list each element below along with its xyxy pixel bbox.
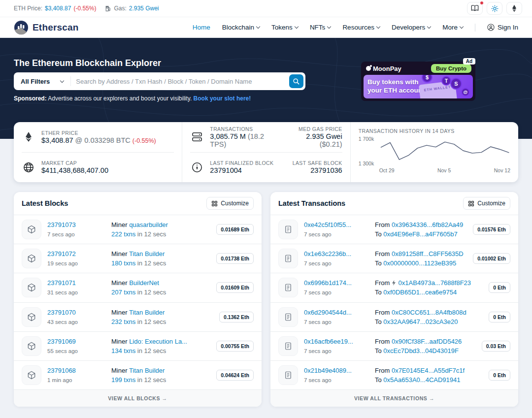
transactions-value[interactable]: 3,085.75 M (18.2 TPS)	[210, 132, 278, 148]
network-switch-button[interactable]	[506, 2, 522, 15]
nav-resources[interactable]: Resources	[342, 24, 380, 31]
search-button[interactable]	[289, 74, 303, 88]
tx-age: 7 secs ago	[304, 348, 332, 354]
miner-link[interactable]: Titan Builder	[129, 367, 165, 374]
transactions-card-title: Latest Transactions	[278, 199, 345, 207]
buy-crypto-button[interactable]: Buy Crypto	[431, 64, 471, 73]
tx-icon-box	[278, 278, 298, 297]
tx-age: 7 secs ago	[304, 231, 332, 237]
tx-to-link[interactable]: 0xf0DB65D1...cea6e9754	[383, 289, 457, 296]
finalized-block-value[interactable]: 23791004	[210, 166, 273, 174]
transactions-customize-button[interactable]: Customize	[463, 197, 510, 210]
block-number-link[interactable]: 23791068	[47, 367, 76, 374]
tx-age: 7 secs ago	[304, 377, 332, 383]
safe-block-value[interactable]: 23791036	[293, 166, 342, 174]
x-axis-label: Nov 5	[437, 167, 451, 173]
coin-icon: T	[441, 76, 451, 86]
nav-tokens[interactable]: Tokens	[271, 24, 298, 31]
med-gas-stat: MED GAS PRICE 2.935 Gwei ($0.21)	[284, 126, 342, 148]
block-time: in 12 secs	[137, 318, 166, 325]
tx-from-link[interactable]: 0x39634336...6fb82Aa49	[392, 221, 463, 228]
miner-link[interactable]: Titan Builder	[129, 250, 165, 257]
from-label: From	[375, 338, 390, 345]
tx-to-link[interactable]: 0xcEc7Dbd3...04D43019F	[383, 347, 458, 354]
market-cap-value[interactable]: $411,438,688,407.00	[41, 166, 108, 174]
block-icon-box	[22, 307, 41, 327]
stat-label: LAST SAFE BLOCK	[293, 160, 342, 166]
block-txns-link[interactable]: 180 txns	[111, 259, 135, 267]
chevron-down-icon	[427, 25, 431, 29]
med-gas-value[interactable]: 2.935 Gwei ($0.21)	[284, 132, 342, 148]
nav-blockchain[interactable]: Blockchain	[222, 24, 260, 31]
tx-from-link[interactable]: 0xC80CC651...8A4fb808d	[392, 309, 466, 316]
chevron-down-icon	[295, 25, 299, 29]
tx-to-link[interactable]: 0xd4E96eF8...a4F7605b7	[383, 230, 457, 238]
tx-hash-link[interactable]: 0x6d2904544d...	[304, 309, 352, 316]
book-icon	[471, 5, 479, 12]
eth-price-value[interactable]: $3,408.87	[45, 5, 71, 12]
transaction-row: 0x6d2904544d... 7 secs ago From 0xC80CC6…	[270, 302, 518, 331]
nav-nfts[interactable]: NFTs	[310, 24, 331, 31]
search-filter-dropdown[interactable]: All Filters	[21, 76, 71, 86]
block-txns-link[interactable]: 232 txns	[111, 318, 135, 325]
tx-hash-link[interactable]: 0x16acfb6ee19...	[304, 338, 353, 345]
block-txns-link[interactable]: 199 txns	[111, 376, 135, 384]
nav-more[interactable]: More	[442, 24, 463, 31]
nav-developers[interactable]: Developers	[392, 24, 431, 31]
block-txns-link[interactable]: 207 txns	[111, 289, 135, 296]
sign-in-button[interactable]: Sign In	[487, 24, 518, 31]
cube-icon	[27, 254, 36, 263]
tx-hash-link[interactable]: 0xe42c5f10f55...	[304, 221, 351, 228]
miner-label: Miner	[111, 309, 128, 316]
blocks-customize-button[interactable]: Customize	[206, 197, 254, 210]
tx-history-line	[381, 142, 508, 160]
sponsored-link[interactable]: Book your slot here!	[194, 95, 251, 102]
flash-icon	[392, 280, 396, 286]
market-cap-stat: MARKET CAP $411,438,688,407.00	[22, 153, 174, 183]
miner-label: Miner	[111, 279, 128, 287]
block-icon-box	[22, 336, 41, 356]
block-age: 7 secs ago	[47, 231, 75, 237]
tx-from-link[interactable]: 0x90fCf38F...aafDD5426	[392, 338, 462, 345]
block-time: in 12 secs	[137, 230, 166, 238]
miner-link[interactable]: BuilderNet	[129, 279, 159, 287]
ether-price-value[interactable]: $3,408.87 @ 0.033298 BTC (-0.55%)	[41, 136, 156, 144]
search-input[interactable]	[71, 78, 289, 85]
to-label: To	[375, 376, 382, 384]
tx-to-link[interactable]: 0x5Aa653A0...4CAD91941	[383, 376, 460, 384]
miner-link[interactable]: Titan Builder	[129, 309, 165, 316]
miner-link[interactable]: Lido: Execution La...	[129, 338, 187, 345]
block-number-link[interactable]: 23791069	[47, 338, 76, 345]
view-all-blocks-button[interactable]: VIEW ALL BLOCKS →	[14, 389, 262, 407]
block-number-link[interactable]: 23791072	[47, 250, 76, 257]
tx-from-link[interactable]: 0x891258ff...C8FF5635D	[392, 250, 464, 257]
tx-to-link[interactable]: 0x32AA9647...023cA3e20	[383, 318, 458, 325]
tx-from-link[interactable]: 0x1AB4973a...7688f8F23	[399, 279, 471, 287]
block-time: in 12 secs	[137, 347, 166, 354]
y-axis-label-max: 1 700k	[359, 136, 374, 142]
transaction-row: 0xe42c5f10f55... 7 secs ago From 0x39634…	[270, 215, 518, 244]
stat-label: MARKET CAP	[41, 160, 108, 166]
block-age: 31 secs ago	[47, 289, 78, 295]
tx-hash-link[interactable]: 0x21b49e4089...	[304, 367, 352, 374]
block-number-link[interactable]: 23791070	[47, 309, 76, 316]
announcements-button[interactable]	[467, 2, 483, 15]
block-number-link[interactable]: 23791073	[47, 221, 76, 228]
moonpay-ad-banner[interactable]: Ad MoonPay Buy Crypto Buy tokens with yo…	[361, 62, 475, 101]
block-txns-link[interactable]: 222 txns	[111, 230, 135, 238]
tx-hash-link[interactable]: 0x1e63c2236b...	[304, 250, 351, 257]
block-txns-link[interactable]: 134 txns	[111, 347, 135, 354]
miner-link[interactable]: quasarbuilder	[129, 221, 168, 228]
theme-toggle-button[interactable]	[487, 2, 502, 15]
tx-to-link[interactable]: 0x00000000...1123eB395	[383, 259, 456, 267]
etherscan-logo[interactable]: Etherscan	[14, 20, 79, 35]
tx-from-link[interactable]: 0x7E0145E4...A55dF7c1f	[392, 367, 465, 374]
nav-home[interactable]: Home	[193, 24, 210, 31]
gas-tracker: Gas: 2.935 Gwei	[105, 5, 159, 12]
gas-value[interactable]: 2.935 Gwei	[129, 5, 159, 12]
block-number-link[interactable]: 23791071	[47, 279, 76, 287]
topbar: ETH Price: $3,408.87 (-0.55%) Gas: 2.935…	[0, 0, 532, 17]
to-label: To	[375, 289, 382, 296]
view-all-transactions-button[interactable]: VIEW ALL TRANSACTIONS →	[270, 389, 518, 407]
tx-hash-link[interactable]: 0x6996b1d174...	[304, 279, 352, 287]
